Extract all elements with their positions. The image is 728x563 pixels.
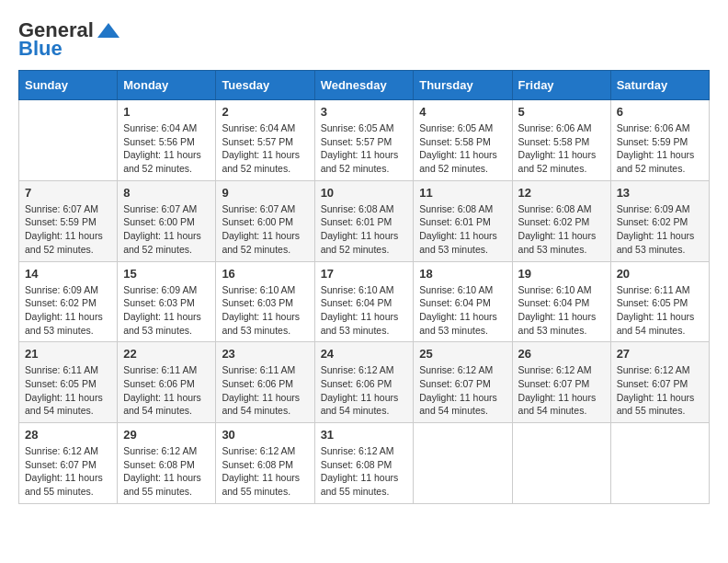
day-number: 22 bbox=[123, 347, 210, 361]
calendar-cell: 26Sunrise: 6:12 AMSunset: 6:07 PMDayligh… bbox=[512, 342, 610, 423]
day-number: 1 bbox=[123, 105, 210, 119]
day-number: 31 bbox=[321, 428, 408, 442]
column-header-sunday: Sunday bbox=[19, 71, 118, 100]
day-info: Sunrise: 6:07 AMSunset: 6:00 PMDaylight:… bbox=[222, 202, 308, 257]
day-number: 25 bbox=[419, 347, 506, 361]
calendar-cell: 1Sunrise: 6:04 AMSunset: 5:56 PMDaylight… bbox=[118, 100, 216, 181]
day-info: Sunrise: 6:08 AMSunset: 6:01 PMDaylight:… bbox=[321, 202, 408, 257]
day-info: Sunrise: 6:12 AMSunset: 6:08 PMDaylight:… bbox=[321, 444, 408, 499]
calendar-cell: 24Sunrise: 6:12 AMSunset: 6:06 PMDayligh… bbox=[314, 342, 414, 423]
calendar-cell: 15Sunrise: 6:09 AMSunset: 6:03 PMDayligh… bbox=[118, 261, 216, 342]
column-header-thursday: Thursday bbox=[414, 71, 512, 100]
calendar-cell: 10Sunrise: 6:08 AMSunset: 6:01 PMDayligh… bbox=[314, 180, 414, 261]
day-number: 10 bbox=[321, 186, 408, 200]
day-info: Sunrise: 6:11 AMSunset: 6:05 PMDaylight:… bbox=[617, 283, 703, 338]
calendar-table: SundayMondayTuesdayWednesdayThursdayFrid… bbox=[18, 70, 710, 504]
logo-icon bbox=[96, 21, 121, 40]
day-number: 8 bbox=[123, 186, 210, 200]
day-number: 30 bbox=[222, 428, 308, 442]
calendar-cell: 8Sunrise: 6:07 AMSunset: 6:00 PMDaylight… bbox=[118, 180, 216, 261]
calendar-cell: 19Sunrise: 6:10 AMSunset: 6:04 PMDayligh… bbox=[512, 261, 610, 342]
day-info: Sunrise: 6:05 AMSunset: 5:58 PMDaylight:… bbox=[419, 121, 506, 176]
calendar-cell: 17Sunrise: 6:10 AMSunset: 6:04 PMDayligh… bbox=[314, 261, 414, 342]
day-info: Sunrise: 6:11 AMSunset: 6:06 PMDaylight:… bbox=[123, 363, 210, 418]
day-number: 29 bbox=[123, 428, 210, 442]
day-number: 17 bbox=[321, 267, 408, 281]
calendar-cell: 5Sunrise: 6:06 AMSunset: 5:58 PMDaylight… bbox=[512, 100, 610, 181]
day-number: 23 bbox=[222, 347, 308, 361]
day-number: 3 bbox=[321, 105, 408, 119]
day-info: Sunrise: 6:12 AMSunset: 6:06 PMDaylight:… bbox=[321, 363, 408, 418]
calendar-cell: 22Sunrise: 6:11 AMSunset: 6:06 PMDayligh… bbox=[118, 342, 216, 423]
day-info: Sunrise: 6:07 AMSunset: 6:00 PMDaylight:… bbox=[123, 202, 210, 257]
calendar-cell: 28Sunrise: 6:12 AMSunset: 6:07 PMDayligh… bbox=[19, 423, 118, 504]
day-info: Sunrise: 6:10 AMSunset: 6:04 PMDaylight:… bbox=[419, 283, 506, 338]
day-number: 11 bbox=[419, 186, 506, 200]
calendar-cell: 9Sunrise: 6:07 AMSunset: 6:00 PMDaylight… bbox=[216, 180, 314, 261]
calendar-week-2: 7Sunrise: 6:07 AMSunset: 5:59 PMDaylight… bbox=[19, 180, 710, 261]
day-info: Sunrise: 6:12 AMSunset: 6:07 PMDaylight:… bbox=[419, 363, 506, 418]
day-number: 21 bbox=[25, 347, 111, 361]
day-info: Sunrise: 6:12 AMSunset: 6:07 PMDaylight:… bbox=[617, 363, 703, 418]
day-number: 19 bbox=[518, 267, 605, 281]
column-header-monday: Monday bbox=[118, 71, 216, 100]
day-number: 15 bbox=[123, 267, 210, 281]
calendar-cell: 20Sunrise: 6:11 AMSunset: 6:05 PMDayligh… bbox=[610, 261, 709, 342]
calendar-cell bbox=[512, 423, 610, 504]
day-info: Sunrise: 6:10 AMSunset: 6:04 PMDaylight:… bbox=[518, 283, 605, 338]
logo-blue-text: Blue bbox=[18, 37, 63, 61]
day-info: Sunrise: 6:04 AMSunset: 5:57 PMDaylight:… bbox=[222, 121, 308, 176]
calendar-cell: 6Sunrise: 6:06 AMSunset: 5:59 PMDaylight… bbox=[610, 100, 709, 181]
day-info: Sunrise: 6:04 AMSunset: 5:56 PMDaylight:… bbox=[123, 121, 210, 176]
calendar-cell: 31Sunrise: 6:12 AMSunset: 6:08 PMDayligh… bbox=[314, 423, 414, 504]
day-number: 28 bbox=[25, 428, 111, 442]
calendar-cell: 18Sunrise: 6:10 AMSunset: 6:04 PMDayligh… bbox=[414, 261, 512, 342]
calendar-cell: 16Sunrise: 6:10 AMSunset: 6:03 PMDayligh… bbox=[216, 261, 314, 342]
calendar-cell bbox=[414, 423, 512, 504]
calendar-cell: 2Sunrise: 6:04 AMSunset: 5:57 PMDaylight… bbox=[216, 100, 314, 181]
day-number: 27 bbox=[617, 347, 703, 361]
day-info: Sunrise: 6:08 AMSunset: 6:01 PMDaylight:… bbox=[419, 202, 506, 257]
day-number: 14 bbox=[25, 267, 111, 281]
day-number: 18 bbox=[419, 267, 506, 281]
calendar-cell: 30Sunrise: 6:12 AMSunset: 6:08 PMDayligh… bbox=[216, 423, 314, 504]
day-number: 20 bbox=[617, 267, 703, 281]
day-info: Sunrise: 6:09 AMSunset: 6:02 PMDaylight:… bbox=[617, 202, 703, 257]
day-info: Sunrise: 6:12 AMSunset: 6:08 PMDaylight:… bbox=[222, 444, 308, 499]
calendar-week-5: 28Sunrise: 6:12 AMSunset: 6:07 PMDayligh… bbox=[19, 423, 710, 504]
svg-marker-0 bbox=[97, 23, 119, 38]
calendar-week-3: 14Sunrise: 6:09 AMSunset: 6:02 PMDayligh… bbox=[19, 261, 710, 342]
day-info: Sunrise: 6:12 AMSunset: 6:07 PMDaylight:… bbox=[25, 444, 111, 499]
day-info: Sunrise: 6:10 AMSunset: 6:03 PMDaylight:… bbox=[222, 283, 308, 338]
calendar-cell: 11Sunrise: 6:08 AMSunset: 6:01 PMDayligh… bbox=[414, 180, 512, 261]
calendar-header-row: SundayMondayTuesdayWednesdayThursdayFrid… bbox=[19, 71, 710, 100]
calendar-cell: 27Sunrise: 6:12 AMSunset: 6:07 PMDayligh… bbox=[610, 342, 709, 423]
calendar-cell: 21Sunrise: 6:11 AMSunset: 6:05 PMDayligh… bbox=[19, 342, 118, 423]
calendar-cell: 3Sunrise: 6:05 AMSunset: 5:57 PMDaylight… bbox=[314, 100, 414, 181]
column-header-friday: Friday bbox=[512, 71, 610, 100]
calendar-week-1: 1Sunrise: 6:04 AMSunset: 5:56 PMDaylight… bbox=[19, 100, 710, 181]
day-info: Sunrise: 6:11 AMSunset: 6:05 PMDaylight:… bbox=[25, 363, 111, 418]
calendar-cell: 25Sunrise: 6:12 AMSunset: 6:07 PMDayligh… bbox=[414, 342, 512, 423]
day-number: 5 bbox=[518, 105, 605, 119]
day-number: 4 bbox=[419, 105, 506, 119]
day-number: 12 bbox=[518, 186, 605, 200]
day-info: Sunrise: 6:08 AMSunset: 6:02 PMDaylight:… bbox=[518, 202, 605, 257]
day-info: Sunrise: 6:12 AMSunset: 6:07 PMDaylight:… bbox=[518, 363, 605, 418]
column-header-saturday: Saturday bbox=[610, 71, 709, 100]
logo: General Blue bbox=[18, 18, 123, 61]
day-number: 7 bbox=[25, 186, 111, 200]
day-number: 13 bbox=[617, 186, 703, 200]
day-number: 24 bbox=[321, 347, 408, 361]
column-header-tuesday: Tuesday bbox=[216, 71, 314, 100]
calendar-cell bbox=[610, 423, 709, 504]
day-number: 2 bbox=[222, 105, 308, 119]
day-info: Sunrise: 6:09 AMSunset: 6:02 PMDaylight:… bbox=[25, 283, 111, 338]
calendar-week-4: 21Sunrise: 6:11 AMSunset: 6:05 PMDayligh… bbox=[19, 342, 710, 423]
calendar-cell: 14Sunrise: 6:09 AMSunset: 6:02 PMDayligh… bbox=[19, 261, 118, 342]
day-number: 6 bbox=[617, 105, 703, 119]
day-number: 26 bbox=[518, 347, 605, 361]
calendar-cell: 12Sunrise: 6:08 AMSunset: 6:02 PMDayligh… bbox=[512, 180, 610, 261]
day-info: Sunrise: 6:06 AMSunset: 5:58 PMDaylight:… bbox=[518, 121, 605, 176]
day-info: Sunrise: 6:12 AMSunset: 6:08 PMDaylight:… bbox=[123, 444, 210, 499]
